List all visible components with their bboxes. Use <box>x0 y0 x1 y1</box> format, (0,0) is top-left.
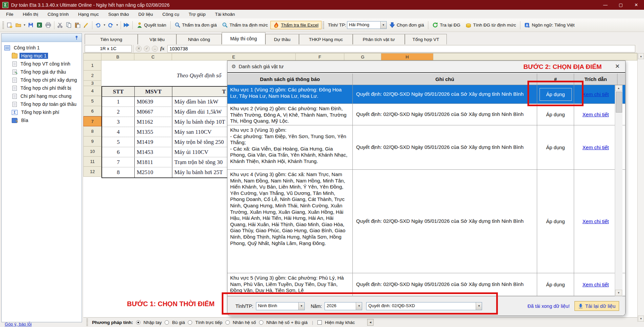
tab-du-thau[interactable]: Dự thầu <box>265 34 299 44</box>
tree-item-tong-hop-gia-du-thau[interactable]: ✎ Tổng hợp giá dự thầu <box>12 68 68 76</box>
undo-caret-icon[interactable]: ▼ <box>103 24 106 27</box>
radio-nhan-he-so-bu-gia[interactable] <box>259 320 263 325</box>
view-detail-link[interactable]: Xem chi tiết <box>583 218 609 224</box>
row-header-8[interactable]: 8 <box>83 126 101 136</box>
scroll-up-icon[interactable]: ▲ <box>615 85 622 91</box>
sheet-note-cell[interactable]: Theo Quyết định số <box>173 71 228 81</box>
view-detail-link[interactable]: Xem chi tiết <box>583 145 609 150</box>
radio-label-nhap-tay[interactable]: Nhập tay <box>143 320 162 325</box>
radio-label-bu-gia[interactable]: Bù giá <box>172 320 185 325</box>
view-detail-link[interactable]: Xem chi tiết <box>583 112 609 117</box>
open-folder-icon[interactable] <box>14 21 22 29</box>
excel-export-icon[interactable]: X <box>36 21 44 29</box>
col-header-H[interactable]: H <box>381 53 433 60</box>
menu-soan-thao[interactable]: Soạn thảo <box>108 12 129 17</box>
tree-item-tong-hop-chi-phi-thiet-bi[interactable]: Tổng hợp chi phí thiết bị <box>12 84 73 92</box>
tree-item-tong-hop-du-toan-goi-thau[interactable]: Tổng hợp dự toán gói thầu <box>12 100 78 108</box>
col-header-G[interactable]: G <box>344 53 381 60</box>
format-brush-icon[interactable] <box>82 21 90 29</box>
save-icon[interactable] <box>27 21 35 29</box>
reload-data-button[interactable]: Tải lại dữ liệu <box>574 301 619 311</box>
minus-icon[interactable]: ‒ <box>152 46 158 52</box>
tree-root-cong-trinh[interactable]: Công trình 1 <box>4 44 41 52</box>
cut-icon[interactable] <box>56 21 64 29</box>
scroll-left-icon[interactable]: ◄ <box>367 319 374 326</box>
redo-icon[interactable] <box>107 21 115 29</box>
tree-item-bia[interactable]: ✎ Bìa <box>12 116 30 124</box>
menu-cong-trinh[interactable]: Công trình <box>48 12 69 17</box>
tree-item-tong-hop-vt-cong-trinh[interactable]: Tổng hợp VT công trình <box>12 60 72 68</box>
tree-item-hang-muc-1[interactable]: Hạng mục 1 <box>12 52 48 60</box>
scroll-down-icon[interactable]: ▼ <box>615 290 622 296</box>
close-button[interactable]: ✕ <box>629 0 644 10</box>
minimize-button[interactable]: — <box>598 0 613 10</box>
col-header-B[interactable]: B <box>101 53 134 60</box>
row-header-2[interactable]: 2 <box>83 71 101 81</box>
region-row-khu-vuc-4[interactable]: Khu vực 4 (Vùng 3) gồm: Các xã: Nam Trực… <box>227 170 625 273</box>
menu-hang-muc[interactable]: Hạng mục <box>78 12 99 17</box>
radio-label-nhan-he-so-bu-gia[interactable]: Nhân hệ số + Bù giá <box>266 320 308 325</box>
open-caret-icon[interactable]: ▼ <box>23 24 26 27</box>
maximize-button[interactable]: ▢ <box>613 0 629 10</box>
region-row-khu-vuc-3[interactable]: Khu vực 3 (Vùng 3) gồm: - Các phường: Ta… <box>227 125 625 170</box>
dialog-close-icon[interactable]: ✕ <box>615 63 620 70</box>
col-header-C[interactable]: C <box>134 53 172 60</box>
row-header-9[interactable]: 9 <box>83 136 101 147</box>
quyet-toan-button[interactable]: Quyết toán <box>134 21 169 29</box>
tree-item-tong-hop-kinh-phi[interactable]: Σ Tổng hợp kinh phí <box>12 108 61 116</box>
tab-tong-hop-vt[interactable]: Tổng hợp VT <box>405 34 447 44</box>
radio-bu-gia[interactable] <box>165 320 169 325</box>
print-icon[interactable] <box>44 21 52 29</box>
cancel-icon[interactable]: ✕ <box>136 46 142 52</box>
row-header-7[interactable]: 7 <box>83 116 101 126</box>
row-header-10[interactable]: 10 <box>83 147 101 157</box>
row-header-11[interactable]: 11 <box>83 157 101 167</box>
tab-tien-luong[interactable]: Tiên lượng <box>85 34 138 44</box>
col-header-F[interactable]: F <box>296 53 344 60</box>
redo-caret-icon[interactable]: ▼ <box>116 24 119 27</box>
scrollbar-thumb[interactable] <box>616 92 622 113</box>
region-row-khu-vuc-2[interactable]: Khu vực 2 (Vùng 2) gồm: Các phường: Nam … <box>227 104 625 125</box>
apply-button[interactable]: Áp dụng <box>537 104 574 125</box>
apply-button[interactable]: Áp dụng <box>537 170 574 273</box>
row-header-1[interactable]: 1 <box>83 60 101 71</box>
tab-vat-lieu[interactable]: Vật liệu <box>138 34 176 44</box>
menu-file[interactable]: File <box>6 12 13 17</box>
tham-tra-dinh-muc-button[interactable]: Thẩm tra định mức <box>219 21 270 29</box>
tab-phan-tich-vat-tu[interactable]: Phân tích vật tư <box>353 34 405 44</box>
menu-hien-thi[interactable]: Hiển thị <box>23 12 38 17</box>
tham-tra-don-gia-button[interactable]: Thẩm tra đơn giá <box>172 21 219 29</box>
row-header-6[interactable]: 6 <box>83 106 101 116</box>
copy-icon[interactable] <box>65 21 73 29</box>
name-box[interactable]: 1R x 1C <box>85 45 132 52</box>
tab-nhan-cong[interactable]: Nhân công <box>176 34 222 44</box>
tree-item-tong-hop-chi-phi-xay-dung[interactable]: Tổng hợp chi phí xây dựng <box>12 76 79 84</box>
menu-tro-giup[interactable]: Trợ giúp <box>189 12 206 17</box>
view-detail-link[interactable]: Xem chi tiết <box>583 91 609 97</box>
feedback-link[interactable]: Góp ý, báo lỗi <box>5 322 32 327</box>
vertical-scrollbar[interactable]: ▲ ▼ <box>637 53 644 322</box>
apply-button[interactable]: Áp dụng <box>537 273 574 296</box>
undo-icon[interactable] <box>94 21 102 29</box>
dialog-scrollbar[interactable]: ▲ ▼ <box>615 85 622 296</box>
radio-label-nhan-he-so[interactable]: Nhân hệ số <box>233 320 256 325</box>
tinh-tp-toolbar-combo[interactable]: Hải Phòng <box>347 21 387 29</box>
scroll-down-icon[interactable]: ▼ <box>638 316 644 322</box>
tab-may-thi-cong[interactable]: Máy thi công <box>222 32 265 44</box>
radio-nhap-tay[interactable] <box>136 320 140 325</box>
checkbox-hien-may-khac[interactable] <box>317 320 322 325</box>
chon-don-gia-button[interactable]: Chọn đơn giá <box>387 21 427 29</box>
formula-input[interactable]: 1030738 <box>167 45 636 52</box>
row-header-4[interactable]: 4 <box>83 86 101 96</box>
radio-tinh-truc-tiep[interactable] <box>188 320 192 325</box>
new-file-icon[interactable] <box>5 21 13 29</box>
tinh-dg-tu-dinh-muc-button[interactable]: Tính ĐG từ định mức <box>463 21 519 29</box>
tree-item-chi-phi-hang-muc-chung[interactable]: Chi phí hạng mục chung <box>12 92 73 100</box>
col-header-E[interactable]: E <box>172 53 296 60</box>
tra-lai-dg-button[interactable]: Tra lại ĐG <box>430 21 463 29</box>
row-header-3[interactable]: 3 <box>83 81 101 86</box>
run-fast-icon[interactable] <box>123 21 131 29</box>
menu-tai-khoan[interactable]: Tài khoản <box>215 12 235 17</box>
scroll-up-icon[interactable]: ▲ <box>638 53 644 59</box>
pin-icon[interactable] <box>74 35 79 40</box>
